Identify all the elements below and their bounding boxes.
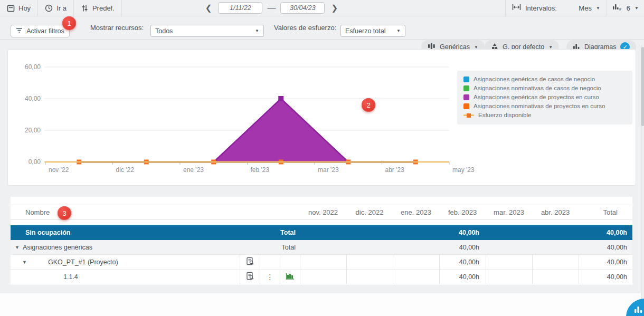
legend-label: Asignaciones genéricas de casos de negoc… <box>473 75 595 84</box>
step-badge-1: 1 <box>62 16 76 30</box>
intervals-icon <box>512 4 521 12</box>
today-button[interactable]: Hoy <box>0 0 38 16</box>
row-name: Asignaciones genéricas <box>23 244 92 251</box>
column-header: mar. 2023 <box>486 208 532 216</box>
legend-label: Asignaciones nominativas de casos de neg… <box>473 84 601 93</box>
column-header: feb. 2023 <box>439 208 486 216</box>
cell: 40,00h <box>439 240 486 254</box>
column-header: nov. 2022 <box>300 208 346 216</box>
details-button[interactable] <box>240 270 260 284</box>
svg-text:#: # <box>619 7 621 11</box>
svg-text:20,00: 20,00 <box>25 127 41 134</box>
chart-count-value: 6 <box>627 4 630 12</box>
chevron-down-icon: ▼ <box>634 6 639 11</box>
filter-icon <box>16 27 23 35</box>
empty-action-cell <box>260 255 280 269</box>
chart-count-dropdown[interactable]: # 6 ▼ <box>607 0 644 16</box>
svg-text:dic '22: dic '22 <box>116 166 135 174</box>
interval-value: Mes <box>561 4 592 12</box>
table-row-project[interactable]: ▼ GKO_PT_#1 (Proyecto) 40,00h 40,00h <box>11 255 632 270</box>
effort-chart-card: 0,0020,0040,0060,00nov '22dic '22ene '23… <box>7 49 636 186</box>
table-row-asignaciones-genericas[interactable]: ▼ Asignaciones genéricas Total 40,00h 40… <box>11 240 632 255</box>
date-range-separator: — <box>267 3 276 13</box>
footer-area <box>0 293 644 316</box>
cell <box>393 240 439 254</box>
column-header: ene. 2023 <box>393 208 439 216</box>
date-range-navigator: ❮ — ❯ <box>204 2 339 14</box>
step-badge-3: 3 <box>58 206 71 220</box>
date-from-input[interactable] <box>218 2 262 14</box>
cell-total: 40,00h <box>579 240 632 254</box>
goto-button[interactable]: Ir a <box>38 0 74 16</box>
legend-item[interactable]: Asignaciones genéricas de proyectos en c… <box>463 93 626 102</box>
fab-bar-chart-icon[interactable] <box>634 305 643 316</box>
legend-item[interactable]: Asignaciones nominativas de proyectos en… <box>463 102 626 111</box>
cell <box>486 225 532 240</box>
table-header-row: Nombre nov. 2022 dic. 2022 ene. 2023 feb… <box>11 205 632 220</box>
vertical-scrollbar[interactable] <box>641 45 644 316</box>
svg-text:ene '23: ene '23 <box>183 166 204 174</box>
chevron-down-icon: ▼ <box>596 6 600 11</box>
table-row-sin-ocupacion[interactable]: Sin ocupación Total 40,00h 40,00h <box>11 225 632 240</box>
intervals-dropdown[interactable]: Intervalos: Mes ▼ <box>506 0 607 16</box>
legend-item[interactable]: Esfuerzo disponible <box>463 111 626 120</box>
legend-label: Asignaciones genéricas de proyectos en c… <box>473 93 599 102</box>
intervals-label: Intervalos: <box>525 4 557 12</box>
effort-values-label: Valores de esfuerzo: <box>274 24 336 32</box>
legend-line-marker <box>463 114 474 116</box>
cell-total: 40,00h <box>579 270 632 284</box>
svg-text:nov '22: nov '22 <box>49 166 69 174</box>
bar-chart-number-icon: # <box>612 3 622 13</box>
cell <box>346 240 393 254</box>
legend-item[interactable]: Asignaciones genéricas de casos de negoc… <box>463 75 626 84</box>
chevron-down-icon: ▼ <box>396 28 401 33</box>
legend-swatch-orange <box>463 103 469 109</box>
cell <box>486 270 532 284</box>
row-name: 1.1.4 <box>63 273 78 281</box>
collapse-caret-icon[interactable]: ▼ <box>15 245 20 250</box>
cell <box>393 255 439 269</box>
legend-label: Asignaciones nominativas de proyectos en… <box>473 102 605 111</box>
cell <box>393 225 439 240</box>
activate-filters-label: Activar filtros <box>26 27 64 35</box>
svg-text:abr '23: abr '23 <box>385 166 405 174</box>
show-resources-select[interactable]: Todos ▼ <box>150 25 264 37</box>
prev-period-icon[interactable]: ❮ <box>204 3 214 13</box>
kebab-menu-icon: ⋮ <box>267 273 274 281</box>
effort-values-select[interactable]: Esfuerzo total ▼ <box>340 25 405 37</box>
legend-swatch-blue <box>463 76 469 82</box>
presets-label: Predef. <box>92 4 115 12</box>
next-period-icon[interactable]: ❯ <box>329 3 339 13</box>
svg-text:mar '23: mar '23 <box>318 166 339 174</box>
table-row-task[interactable]: 1.1.4 ⋮ 40,00h 40,00h <box>11 270 632 284</box>
cell <box>486 240 532 254</box>
chevron-down-icon: ▼ <box>255 28 259 33</box>
cell: 40,00h <box>439 270 486 284</box>
show-resources-label: Mostrar recursos: <box>90 24 144 32</box>
cell <box>532 225 579 240</box>
step-badge-2: 2 <box>362 98 375 112</box>
row-name: Sin ocupación <box>25 229 70 236</box>
row-name: GKO_PT_#1 (Proyecto) <box>48 258 118 266</box>
column-header: dic. 2022 <box>346 208 393 216</box>
scrollbar-thumb[interactable] <box>641 47 644 126</box>
details-button[interactable] <box>240 255 260 269</box>
svg-text:may '23: may '23 <box>452 166 475 174</box>
row-total-label: Total <box>282 244 296 251</box>
svg-text:0,00: 0,00 <box>29 158 41 166</box>
cell <box>486 255 532 269</box>
svg-text:40,00: 40,00 <box>25 95 41 102</box>
legend-item[interactable]: Asignaciones nominativas de casos de neg… <box>463 84 626 93</box>
document-search-icon <box>246 272 254 282</box>
presets-button[interactable]: Predef. <box>74 0 122 16</box>
today-label: Hoy <box>18 4 31 12</box>
activate-filters-button[interactable]: Activar filtros <box>11 25 70 37</box>
histogram-button[interactable] <box>280 270 300 284</box>
legend-swatch-green <box>463 85 469 91</box>
more-actions-button[interactable]: ⋮ <box>260 270 280 284</box>
cell: 40,00h <box>439 225 486 240</box>
collapse-caret-icon[interactable]: ▼ <box>22 260 27 265</box>
legend-swatch-purple <box>463 94 469 100</box>
date-to-input[interactable] <box>280 2 325 14</box>
top-toolbar: Hoy Ir a Predef. ❮ — ❯ Intervalos: Mes ▼… <box>0 0 644 16</box>
